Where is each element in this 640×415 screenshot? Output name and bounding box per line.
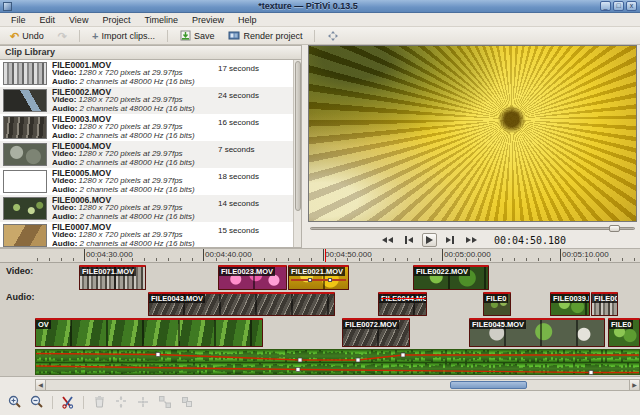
import-clips-button[interactable]: + Import clips... (86, 29, 161, 43)
fast-forward-icon (466, 237, 471, 243)
ruler-major-tick (560, 249, 561, 261)
play-icon (426, 236, 433, 244)
toolbar-separator (79, 30, 80, 42)
save-button[interactable]: Save (174, 28, 221, 43)
timeline-clip[interactable]: FILE0071.MOV (79, 265, 146, 290)
play-button[interactable] (422, 233, 437, 247)
ruler-minor-tick (61, 258, 62, 261)
menu-edit[interactable]: Edit (33, 14, 63, 26)
zoom-out-button[interactable] (28, 394, 46, 410)
close-button[interactable]: x (626, 1, 637, 11)
timeline-scrollbar-thumb[interactable] (450, 381, 527, 389)
scroll-right-arrow-icon[interactable]: ▶ (629, 380, 639, 390)
ruler-minor-tick (634, 258, 635, 261)
clip-duration: 18 seconds (218, 169, 290, 181)
library-clip-row[interactable]: FILE0006.MOV Video: 1280 x 720 pixels at… (0, 195, 293, 222)
seek-groove[interactable] (310, 227, 635, 230)
timeline-clip[interactable]: FILE0 (608, 318, 640, 347)
audio-waveform-clip[interactable] (35, 349, 640, 375)
split-clip-button[interactable] (59, 394, 77, 410)
maximize-button[interactable]: □ (613, 1, 624, 11)
previous-frame-button[interactable] (402, 234, 416, 246)
library-clip-row[interactable]: FILE0004.MOV Video: 1280 x 720 pixels at… (0, 141, 293, 168)
timeline-clip[interactable]: FILE00 (591, 292, 618, 316)
minimize-button[interactable]: _ (600, 1, 611, 11)
video-preview (308, 45, 637, 222)
volume-envelope[interactable] (36, 350, 639, 375)
timeline-clip-label: FILE0044.MOV (379, 294, 426, 303)
library-scrollbar-thumb[interactable] (295, 61, 301, 211)
clip-library-list: FILE0001.MOV Video: 1280 x 720 pixels at… (0, 60, 293, 247)
menu-help[interactable]: Help (231, 14, 264, 26)
ruler-minor-tick (526, 258, 527, 261)
app-icon (3, 2, 12, 11)
zoom-in-button[interactable] (6, 394, 24, 410)
ruler-minor-tick (168, 258, 169, 261)
ruler-timecode-label: 00:04:40.000 (205, 250, 252, 259)
main-toolbar: ↶ Undo ↷ + Import clips... Save Render p… (0, 27, 640, 45)
timeline-clip[interactable]: FILE0022.MOV (413, 265, 489, 290)
unlink-button[interactable] (112, 394, 130, 410)
redo-icon: ↷ (58, 31, 67, 41)
menu-view[interactable]: View (62, 14, 95, 26)
timeline-clip[interactable]: FILE0 (483, 292, 511, 316)
clip-audio-info: Audio: 2 channels at 48000 Hz (16 bits) (52, 213, 218, 222)
timeline-clip-label: FILE0023.MOV (219, 267, 275, 276)
ruler-major-tick (203, 249, 204, 261)
timeline-clip[interactable]: FILE0044.MOV (378, 292, 427, 316)
window-titlebar[interactable]: *texture — PiTiVi 0.13.5 _ □ x (0, 0, 640, 13)
clip-library-header[interactable]: Clip Library (0, 46, 301, 60)
save-icon (180, 30, 191, 41)
timeline-ruler[interactable]: 00:04:30.00000:04:40.00000:04:50.00000:0… (0, 248, 640, 263)
next-frame-button[interactable] (443, 234, 457, 246)
library-clip-row[interactable]: FILE0005.MOV Video: 1280 x 720 pixels at… (0, 168, 293, 195)
timeline-clip[interactable]: OV (35, 318, 263, 347)
ruler-timecode-label: 00:05:10.000 (562, 250, 609, 259)
rewind-button[interactable] (379, 235, 396, 245)
fast-forward-button[interactable] (463, 235, 480, 245)
ruler-minor-tick (49, 258, 50, 261)
timeline-clip[interactable]: FILE0023.MOV (218, 265, 287, 290)
menu-file[interactable]: File (4, 14, 33, 26)
timeline-clip[interactable]: FILE0021.MOV (288, 265, 349, 290)
group-button[interactable] (178, 394, 196, 410)
library-clip-row[interactable]: FILE0002.MOV Video: 1280 x 720 pixels at… (0, 87, 293, 114)
timeline-tracks[interactable]: Video: Audio: FILE0071.MOVFILE0023.MOVFI… (0, 263, 640, 377)
menu-timeline[interactable]: Timeline (137, 14, 185, 26)
ungroup-icon (158, 395, 172, 409)
timeline-clip[interactable]: FILE0072.MOV (342, 318, 410, 347)
library-clip-row[interactable]: FILE0007.MOV Video: 1280 x 720 pixels at… (0, 222, 293, 247)
library-clip-row[interactable]: FILE0001.MOV Video: 1280 x 720 pixels at… (0, 60, 293, 87)
undo-button[interactable]: ↶ Undo (4, 29, 50, 43)
timeline-clip[interactable]: FILE0045.MOV (469, 318, 605, 347)
seek-handle[interactable] (609, 225, 620, 232)
clip-keyframe-line[interactable] (291, 279, 346, 281)
ungroup-button[interactable] (156, 394, 174, 410)
timeline-clip-label: FILE0022.MOV (414, 267, 470, 276)
seek-slider[interactable] (310, 224, 635, 233)
ruler-minor-tick (502, 258, 503, 261)
redo-button[interactable]: ↷ (52, 29, 73, 43)
timeline-clip-label: FILE0021.MOV (289, 267, 345, 276)
fullscreen-button[interactable] (321, 28, 345, 44)
ruler-minor-tick (514, 258, 515, 261)
playhead[interactable] (325, 249, 326, 262)
previous-frame-icon (405, 236, 407, 244)
timeline-horizontal-scrollbar[interactable]: ◀ ▶ (35, 379, 640, 391)
toolbar-separator (52, 396, 53, 409)
menubar: File Edit View Project Timeline Preview … (0, 13, 640, 27)
delete-clip-button[interactable] (90, 394, 108, 410)
library-clip-row[interactable]: FILE0003.MOV Video: 1280 x 720 pixels at… (0, 114, 293, 141)
library-scrollbar[interactable] (293, 60, 301, 247)
timeline-clip[interactable]: FILE0039.M (550, 292, 590, 316)
link-button[interactable] (134, 394, 152, 410)
clip-audio-info: Audio: 2 channels at 48000 Hz (16 bits) (52, 159, 218, 168)
timeline-clip[interactable]: FILE0043.MOV (148, 292, 335, 316)
scroll-left-arrow-icon[interactable]: ◀ (36, 380, 46, 390)
ruler-minor-tick (311, 258, 312, 261)
clip-audio-info: Audio: 2 channels at 48000 Hz (16 bits) (52, 78, 218, 87)
render-project-button[interactable]: Render project (222, 28, 308, 43)
clip-thumbnail (3, 197, 47, 220)
menu-project[interactable]: Project (95, 14, 137, 26)
menu-preview[interactable]: Preview (185, 14, 231, 26)
